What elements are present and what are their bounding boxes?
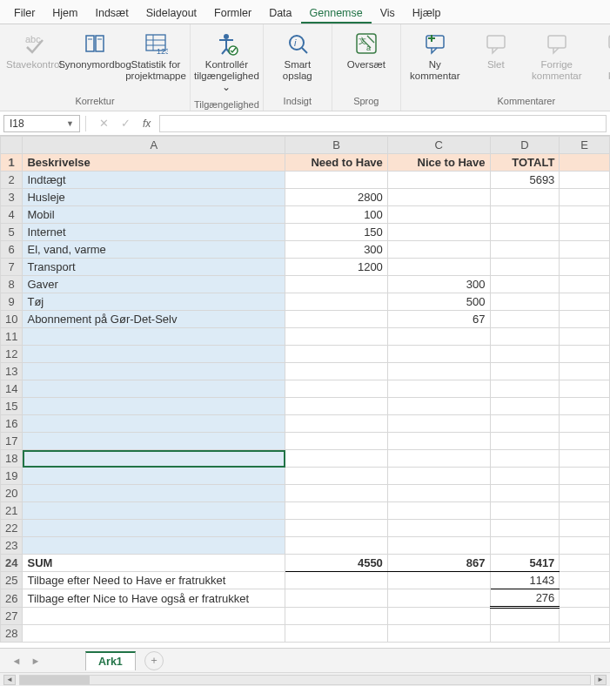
cell-A14[interactable] — [23, 380, 285, 398]
cell-B9[interactable] — [285, 293, 388, 311]
fx-label[interactable]: fx — [139, 118, 154, 130]
cell-E15[interactable] — [560, 398, 610, 415]
menu-tab-data[interactable]: Data — [260, 2, 300, 24]
row-header-24[interactable]: 24 — [1, 555, 23, 572]
row-header-14[interactable]: 14 — [1, 380, 23, 398]
cell-E3[interactable] — [560, 189, 610, 206]
cell-B19[interactable] — [285, 468, 388, 485]
cell-C26[interactable] — [387, 589, 490, 608]
cell-C8[interactable]: 300 — [387, 276, 490, 293]
tab-nav-prev[interactable]: ◄ — [9, 656, 24, 666]
cell-B14[interactable] — [285, 380, 388, 398]
formula-input[interactable] — [159, 115, 607, 132]
cell-A24[interactable]: SUM — [23, 555, 285, 572]
cell-C22[interactable] — [387, 520, 490, 537]
row-header-25[interactable]: 25 — [1, 572, 23, 589]
thesaurus-button[interactable]: Synonymordbog — [64, 28, 125, 74]
row-header-9[interactable]: 9 — [1, 293, 23, 311]
cell-D3[interactable] — [490, 189, 560, 206]
cell-B8[interactable] — [285, 276, 388, 293]
cell-B16[interactable] — [285, 415, 388, 433]
col-header-E[interactable]: E — [560, 137, 610, 154]
scroll-h-track[interactable] — [19, 675, 591, 685]
cell-C28[interactable] — [387, 625, 490, 643]
cell-A22[interactable] — [23, 520, 285, 537]
cell-C15[interactable] — [387, 398, 490, 415]
cell-E16[interactable] — [560, 415, 610, 433]
horizontal-scrollbar[interactable]: ◄ ► — [0, 672, 610, 686]
row-header-21[interactable]: 21 — [1, 502, 23, 520]
menu-tab-sidelayout[interactable]: Sidelayout — [137, 2, 205, 24]
cell-E7[interactable] — [560, 259, 610, 276]
cell-C1[interactable]: Nice to Have — [387, 154, 490, 172]
cell-A11[interactable] — [23, 328, 285, 346]
scroll-right-button[interactable]: ► — [594, 675, 607, 685]
row-header-1[interactable]: 1 — [1, 154, 23, 172]
translate-button[interactable]: 文aOversæt — [336, 28, 397, 74]
scroll-h-thumb[interactable] — [20, 676, 90, 684]
cell-A18[interactable] — [23, 450, 285, 468]
col-header-D[interactable]: D — [490, 137, 560, 154]
cell-C20[interactable] — [387, 485, 490, 502]
smart-lookup-button[interactable]: iSmart opslag — [267, 28, 328, 85]
row-header-26[interactable]: 26 — [1, 589, 23, 608]
cell-D23[interactable] — [490, 537, 560, 555]
cell-D9[interactable] — [490, 293, 560, 311]
menu-tab-gennemse[interactable]: Gennemse — [301, 2, 372, 24]
menu-tab-indsæt[interactable]: Indsæt — [86, 2, 137, 24]
cell-A15[interactable] — [23, 398, 285, 415]
cell-E22[interactable] — [560, 520, 610, 537]
row-header-16[interactable]: 16 — [1, 415, 23, 433]
menu-tab-hjælp[interactable]: Hjælp — [404, 2, 450, 24]
cell-B24[interactable]: 4550 — [285, 555, 388, 572]
row-header-11[interactable]: 11 — [1, 328, 23, 346]
cell-C24[interactable]: 867 — [387, 555, 490, 572]
cell-E24[interactable] — [560, 555, 610, 572]
cell-D8[interactable] — [490, 276, 560, 293]
cell-E13[interactable] — [560, 363, 610, 380]
row-header-27[interactable]: 27 — [1, 608, 23, 625]
cell-A4[interactable]: Mobil — [23, 206, 285, 224]
cell-B6[interactable]: 300 — [285, 241, 388, 259]
cell-A26[interactable]: Tilbage efter Nice to Have også er fratr… — [23, 589, 285, 608]
new-comment-button[interactable]: Ny kommentar — [405, 28, 466, 85]
cell-C12[interactable] — [387, 346, 490, 363]
cell-E26[interactable] — [560, 589, 610, 608]
worksheet-area[interactable]: A B C D E 1BeskrivelseNeed to HaveNice t… — [0, 136, 610, 648]
cell-E18[interactable] — [560, 450, 610, 468]
cell-B18[interactable] — [285, 450, 388, 468]
cell-D11[interactable] — [490, 328, 560, 346]
cell-D1[interactable]: TOTALT — [490, 154, 560, 172]
cell-D7[interactable] — [490, 259, 560, 276]
workbook-stats-button[interactable]: 123Statistik for projektmappe — [125, 28, 186, 85]
row-header-5[interactable]: 5 — [1, 224, 23, 241]
scroll-left-button[interactable]: ◄ — [3, 675, 16, 685]
cell-C3[interactable] — [387, 189, 490, 206]
cell-C16[interactable] — [387, 415, 490, 433]
cell-D20[interactable] — [490, 485, 560, 502]
row-header-4[interactable]: 4 — [1, 206, 23, 224]
cell-B2[interactable] — [285, 172, 388, 189]
row-header-10[interactable]: 10 — [1, 311, 23, 328]
cell-E6[interactable] — [560, 241, 610, 259]
menu-tab-filer[interactable]: Filer — [5, 2, 44, 24]
cell-E19[interactable] — [560, 468, 610, 485]
cell-C14[interactable] — [387, 380, 490, 398]
col-header-A[interactable]: A — [23, 137, 285, 154]
cell-E1[interactable] — [560, 154, 610, 172]
cell-A13[interactable] — [23, 363, 285, 380]
row-header-18[interactable]: 18 — [1, 450, 23, 468]
cell-D28[interactable] — [490, 625, 560, 643]
cell-A12[interactable] — [23, 346, 285, 363]
cell-D24[interactable]: 5417 — [490, 555, 560, 572]
cell-A19[interactable] — [23, 468, 285, 485]
cell-C11[interactable] — [387, 328, 490, 346]
cell-E17[interactable] — [560, 433, 610, 450]
row-header-12[interactable]: 12 — [1, 346, 23, 363]
cell-B28[interactable] — [285, 625, 388, 643]
cell-C4[interactable] — [387, 206, 490, 224]
new-sheet-button[interactable]: ＋ — [144, 651, 164, 670]
cell-C19[interactable] — [387, 468, 490, 485]
cell-B26[interactable] — [285, 589, 388, 608]
cell-A1[interactable]: Beskrivelse — [23, 154, 285, 172]
